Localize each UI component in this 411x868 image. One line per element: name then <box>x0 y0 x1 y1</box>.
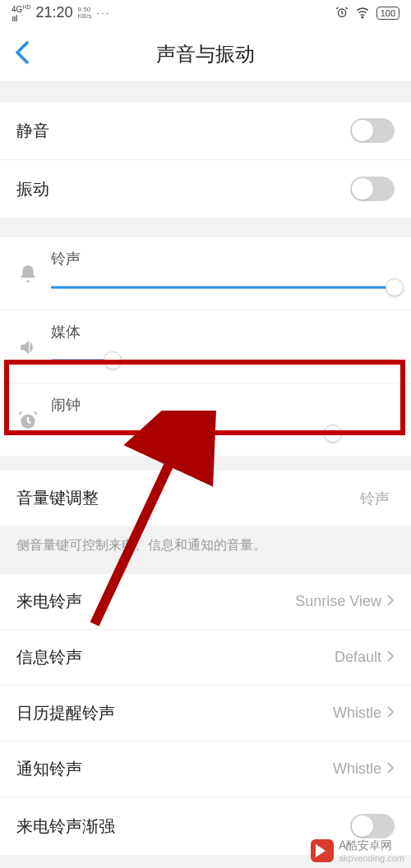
ringtone-slider-row: 铃声 <box>0 237 411 310</box>
network-speed: 9.50 KB/s <box>78 7 92 20</box>
battery-indicator: 100 <box>376 7 399 20</box>
bell-icon <box>12 249 44 285</box>
chevron-right-icon <box>386 761 395 778</box>
watermark-icon <box>311 839 334 862</box>
ringtone-section: 来电铃声 Sunrise View 信息铃声 Default 日历提醒铃声 Wh… <box>0 574 411 855</box>
watermark-text: A酷安卓网 <box>339 838 392 852</box>
volume-key-value: 铃声 <box>360 489 390 508</box>
calendar-ringtone-value: Whistle <box>333 705 381 722</box>
clock-icon <box>12 395 44 431</box>
notification-ringtone-row[interactable]: 通知铃声 Whistle <box>0 742 411 797</box>
mute-label: 静音 <box>16 120 350 142</box>
slider-section: 铃声 媒体 闹钟 <box>0 237 411 456</box>
notification-ringtone-value: Whistle <box>333 760 381 778</box>
alarm-slider[interactable] <box>51 423 395 444</box>
wifi-icon <box>355 5 370 22</box>
message-ringtone-row[interactable]: 信息铃声 Default <box>0 630 411 686</box>
media-slider[interactable] <box>51 350 395 371</box>
chevron-right-icon <box>386 594 395 610</box>
incoming-ringtone-label: 来电铃声 <box>16 590 295 613</box>
watermark-domain: akpvending.com <box>339 853 404 863</box>
calendar-ringtone-row[interactable]: 日历提醒铃声 Whistle <box>0 686 411 742</box>
incoming-ringtone-row[interactable]: 来电铃声 Sunrise View <box>0 574 411 630</box>
page-title: 声音与振动 <box>0 41 411 67</box>
ascending-ringtone-label: 来电铃声渐强 <box>16 815 350 838</box>
mute-row: 静音 <box>0 102 411 160</box>
watermark: A酷安卓网 akpvending.com <box>311 838 404 863</box>
incoming-ringtone-value: Sunrise View <box>295 593 381 610</box>
vibrate-label: 振动 <box>16 178 350 200</box>
vibrate-row: 振动 <box>0 160 411 218</box>
vibrate-toggle[interactable] <box>350 177 395 201</box>
speaker-icon <box>12 322 44 358</box>
calendar-ringtone-label: 日历提醒铃声 <box>16 702 333 724</box>
ringtone-slider-label: 铃声 <box>51 249 395 269</box>
svg-point-1 <box>362 16 363 18</box>
nav-bar: 声音与振动 <box>0 26 411 82</box>
status-bar: 4GHDıııl 21:20 9.50 KB/s ··· 100 <box>0 0 411 26</box>
network-indicator: 4GHDıııl <box>12 3 30 22</box>
message-ringtone-label: 信息铃声 <box>16 646 335 668</box>
message-ringtone-value: Default <box>335 649 381 666</box>
volume-key-row[interactable]: 音量键调整 铃声 <box>0 471 411 526</box>
toggle-section: 静音 振动 <box>0 102 411 218</box>
media-slider-label: 媒体 <box>51 322 395 342</box>
back-button[interactable] <box>15 40 30 68</box>
mute-toggle[interactable] <box>350 118 395 143</box>
chevron-right-icon <box>386 650 395 666</box>
status-time: 21:20 <box>35 4 72 21</box>
volume-key-label: 音量键调整 <box>16 487 360 509</box>
volume-key-desc: 侧音量键可控制来电、信息和通知的音量。 <box>0 526 411 574</box>
alarm-slider-label: 闹钟 <box>51 395 395 415</box>
alarm-slider-row: 闹钟 <box>0 383 411 456</box>
ascending-ringtone-toggle[interactable] <box>350 814 395 838</box>
alarm-icon <box>335 6 349 21</box>
ringtone-slider[interactable] <box>51 277 395 298</box>
notification-ringtone-label: 通知铃声 <box>16 758 333 780</box>
media-slider-row: 媒体 <box>0 310 411 383</box>
more-icon: ··· <box>96 7 110 19</box>
chevron-right-icon <box>386 705 395 722</box>
